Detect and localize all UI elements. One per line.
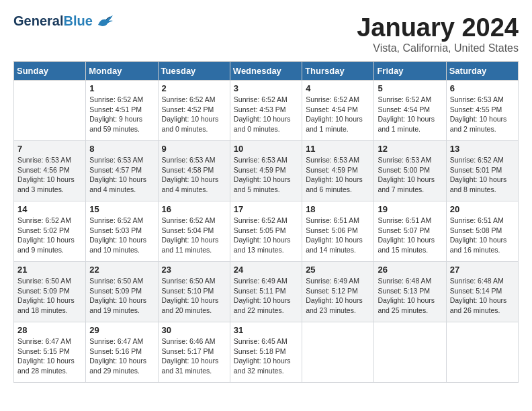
logo-blue: Blue: [63, 13, 92, 28]
day-number: 11: [306, 144, 370, 154]
day-number: 2: [162, 83, 226, 93]
day-number: 20: [450, 204, 515, 214]
day-info: Sunrise: 6:53 AM Sunset: 4:57 PM Dayligh…: [89, 155, 154, 195]
table-row: 31Sunrise: 6:45 AM Sunset: 5:18 PM Dayli…: [230, 322, 302, 383]
month-title: January 2024: [357, 13, 519, 42]
day-number: 25: [306, 265, 370, 275]
day-info: Sunrise: 6:52 AM Sunset: 5:02 PM Dayligh…: [17, 216, 82, 255]
table-row: 19Sunrise: 6:51 AM Sunset: 5:07 PM Dayli…: [374, 201, 446, 262]
day-number: 29: [89, 325, 154, 335]
day-number: 16: [162, 204, 226, 214]
day-info: Sunrise: 6:46 AM Sunset: 5:17 PM Dayligh…: [162, 336, 226, 376]
calendar-week-2: 7Sunrise: 6:53 AM Sunset: 4:56 PM Daylig…: [14, 141, 519, 201]
table-row: 29Sunrise: 6:47 AM Sunset: 5:16 PM Dayli…: [86, 322, 158, 383]
day-number: 6: [450, 83, 515, 93]
table-row: [446, 322, 518, 383]
day-info: Sunrise: 6:49 AM Sunset: 5:12 PM Dayligh…: [306, 276, 370, 316]
calendar-table: SundayMondayTuesdayWednesdayThursdayFrid…: [13, 61, 519, 383]
table-row: 13Sunrise: 6:52 AM Sunset: 5:01 PM Dayli…: [446, 141, 518, 201]
day-info: Sunrise: 6:52 AM Sunset: 4:53 PM Dayligh…: [234, 95, 298, 134]
day-number: 3: [234, 83, 298, 93]
calendar-week-5: 28Sunrise: 6:47 AM Sunset: 5:15 PM Dayli…: [14, 322, 519, 383]
logo-bird-icon: [95, 14, 114, 29]
day-number: 24: [234, 265, 298, 275]
day-info: Sunrise: 6:52 AM Sunset: 4:54 PM Dayligh…: [306, 95, 370, 134]
header-saturday: Saturday: [446, 62, 518, 81]
day-info: Sunrise: 6:47 AM Sunset: 5:16 PM Dayligh…: [89, 336, 154, 376]
table-row: 14Sunrise: 6:52 AM Sunset: 5:02 PM Dayli…: [14, 201, 86, 262]
table-row: 16Sunrise: 6:52 AM Sunset: 5:04 PM Dayli…: [158, 201, 230, 262]
day-info: Sunrise: 6:53 AM Sunset: 4:59 PM Dayligh…: [234, 155, 298, 195]
day-number: 21: [17, 265, 82, 275]
day-info: Sunrise: 6:53 AM Sunset: 4:56 PM Dayligh…: [17, 155, 82, 195]
day-number: 15: [89, 204, 154, 214]
day-number: 27: [450, 265, 515, 275]
day-info: Sunrise: 6:51 AM Sunset: 5:07 PM Dayligh…: [378, 216, 442, 255]
calendar-week-1: 1Sunrise: 6:52 AM Sunset: 4:51 PM Daylig…: [14, 81, 519, 141]
table-row: 24Sunrise: 6:49 AM Sunset: 5:11 PM Dayli…: [230, 262, 302, 322]
day-number: 5: [378, 83, 442, 93]
day-info: Sunrise: 6:52 AM Sunset: 4:52 PM Dayligh…: [162, 95, 226, 134]
table-row: 9Sunrise: 6:53 AM Sunset: 4:58 PM Daylig…: [158, 141, 230, 201]
table-row: 27Sunrise: 6:48 AM Sunset: 5:14 PM Dayli…: [446, 262, 518, 322]
day-info: Sunrise: 6:50 AM Sunset: 5:09 PM Dayligh…: [17, 276, 82, 316]
calendar-week-3: 14Sunrise: 6:52 AM Sunset: 5:02 PM Dayli…: [14, 201, 519, 262]
table-row: 25Sunrise: 6:49 AM Sunset: 5:12 PM Dayli…: [302, 262, 374, 322]
day-info: Sunrise: 6:48 AM Sunset: 5:13 PM Dayligh…: [378, 276, 442, 316]
day-info: Sunrise: 6:52 AM Sunset: 5:01 PM Dayligh…: [450, 155, 515, 195]
day-number: 4: [306, 83, 370, 93]
day-number: 10: [234, 144, 298, 154]
calendar-header-row: SundayMondayTuesdayWednesdayThursdayFrid…: [14, 62, 519, 81]
table-row: 18Sunrise: 6:51 AM Sunset: 5:06 PM Dayli…: [302, 201, 374, 262]
day-number: 17: [234, 204, 298, 214]
day-info: Sunrise: 6:51 AM Sunset: 5:06 PM Dayligh…: [306, 216, 370, 255]
table-row: 28Sunrise: 6:47 AM Sunset: 5:15 PM Dayli…: [14, 322, 86, 383]
header-friday: Friday: [374, 62, 446, 81]
day-info: Sunrise: 6:51 AM Sunset: 5:08 PM Dayligh…: [450, 216, 515, 255]
table-row: 10Sunrise: 6:53 AM Sunset: 4:59 PM Dayli…: [230, 141, 302, 201]
day-number: 13: [450, 144, 515, 154]
day-number: 8: [89, 144, 154, 154]
table-row: [302, 322, 374, 383]
table-row: 30Sunrise: 6:46 AM Sunset: 5:17 PM Dayli…: [158, 322, 230, 383]
logo-text: GeneralBlue: [13, 13, 93, 29]
day-info: Sunrise: 6:52 AM Sunset: 5:05 PM Dayligh…: [234, 216, 298, 255]
day-info: Sunrise: 6:52 AM Sunset: 5:04 PM Dayligh…: [162, 216, 226, 255]
table-row: 17Sunrise: 6:52 AM Sunset: 5:05 PM Dayli…: [230, 201, 302, 262]
day-info: Sunrise: 6:50 AM Sunset: 5:10 PM Dayligh…: [162, 276, 226, 316]
day-number: 1: [89, 83, 154, 93]
day-info: Sunrise: 6:52 AM Sunset: 5:03 PM Dayligh…: [89, 216, 154, 255]
calendar-week-4: 21Sunrise: 6:50 AM Sunset: 5:09 PM Dayli…: [14, 262, 519, 322]
table-row: 2Sunrise: 6:52 AM Sunset: 4:52 PM Daylig…: [158, 81, 230, 141]
day-number: 26: [378, 265, 442, 275]
day-info: Sunrise: 6:52 AM Sunset: 4:54 PM Dayligh…: [378, 95, 442, 134]
day-number: 14: [17, 204, 82, 214]
table-row: 12Sunrise: 6:53 AM Sunset: 5:00 PM Dayli…: [374, 141, 446, 201]
table-row: 6Sunrise: 6:53 AM Sunset: 4:55 PM Daylig…: [446, 81, 518, 141]
location: Vista, California, United States: [357, 42, 519, 54]
title-area: January 2024 Vista, California, United S…: [357, 13, 519, 54]
day-info: Sunrise: 6:48 AM Sunset: 5:14 PM Dayligh…: [450, 276, 515, 316]
table-row: 26Sunrise: 6:48 AM Sunset: 5:13 PM Dayli…: [374, 262, 446, 322]
day-number: 31: [234, 325, 298, 335]
table-row: 11Sunrise: 6:53 AM Sunset: 4:59 PM Dayli…: [302, 141, 374, 201]
table-row: 8Sunrise: 6:53 AM Sunset: 4:57 PM Daylig…: [86, 141, 158, 201]
day-number: 23: [162, 265, 226, 275]
table-row: 1Sunrise: 6:52 AM Sunset: 4:51 PM Daylig…: [86, 81, 158, 141]
header: GeneralBlue January 2024 Vista, Californ…: [13, 13, 519, 54]
day-number: 18: [306, 204, 370, 214]
day-number: 22: [89, 265, 154, 275]
table-row: 7Sunrise: 6:53 AM Sunset: 4:56 PM Daylig…: [14, 141, 86, 201]
day-number: 28: [17, 325, 82, 335]
day-info: Sunrise: 6:45 AM Sunset: 5:18 PM Dayligh…: [234, 336, 298, 376]
header-monday: Monday: [86, 62, 158, 81]
table-row: 23Sunrise: 6:50 AM Sunset: 5:10 PM Dayli…: [158, 262, 230, 322]
day-info: Sunrise: 6:53 AM Sunset: 4:58 PM Dayligh…: [162, 155, 226, 195]
logo: GeneralBlue: [13, 13, 114, 29]
header-tuesday: Tuesday: [158, 62, 230, 81]
table-row: 5Sunrise: 6:52 AM Sunset: 4:54 PM Daylig…: [374, 81, 446, 141]
day-info: Sunrise: 6:47 AM Sunset: 5:15 PM Dayligh…: [17, 336, 82, 376]
table-row: 4Sunrise: 6:52 AM Sunset: 4:54 PM Daylig…: [302, 81, 374, 141]
table-row: 20Sunrise: 6:51 AM Sunset: 5:08 PM Dayli…: [446, 201, 518, 262]
day-info: Sunrise: 6:53 AM Sunset: 4:55 PM Dayligh…: [450, 95, 515, 134]
